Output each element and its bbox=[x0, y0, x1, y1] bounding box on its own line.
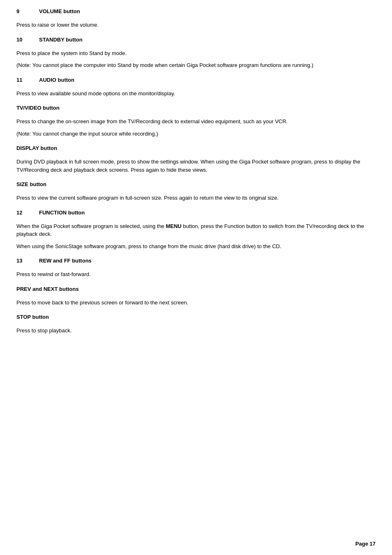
standby-para-2: (Note: You cannot place the computer int… bbox=[16, 61, 376, 69]
section-title-rewff: REW and FF buttons bbox=[39, 258, 92, 264]
section-body-volume: Press to raise or lower the volume. bbox=[16, 21, 376, 29]
section-number-audio: 11 bbox=[16, 77, 39, 83]
rewff-para-1: Press to rewind or fast-forward. bbox=[16, 270, 376, 279]
section-heading-stop: STOP button bbox=[16, 314, 376, 320]
page-container: 9VOLUME button Press to raise or lower t… bbox=[0, 0, 392, 367]
volume-para-1: Press to raise or lower the volume. bbox=[16, 21, 376, 29]
section-number-rewff: 13 bbox=[16, 258, 39, 264]
tvvideo-para-2: (Note: You cannot change the input sourc… bbox=[16, 130, 376, 138]
section-audio: 11AUDIO button Press to view available s… bbox=[16, 77, 376, 98]
section-body-standby: Press to place the system into Stand by … bbox=[16, 49, 376, 69]
function-para-1: When the Giga Pocket software program is… bbox=[16, 222, 376, 238]
section-number-standby: 10 bbox=[16, 37, 39, 43]
tvvideo-para-1: Press to change the on-screen image from… bbox=[16, 117, 376, 126]
audio-para-1: Press to view available sound mode optio… bbox=[16, 90, 376, 98]
section-body-prevnext: Press to move back to the previous scree… bbox=[16, 299, 376, 307]
section-heading-audio: 11AUDIO button bbox=[16, 77, 376, 83]
section-body-function: When the Giga Pocket software program is… bbox=[16, 222, 376, 251]
stop-para-1: Press to stop playback. bbox=[16, 327, 376, 335]
section-function: 12FUNCTION button When the Giga Pocket s… bbox=[16, 210, 376, 251]
section-size: SIZE button Press to view the current so… bbox=[16, 181, 376, 202]
section-heading-size: SIZE button bbox=[16, 181, 376, 187]
section-body-display: During DVD playback in full screen mode,… bbox=[16, 158, 376, 174]
section-title-standby: STANDBY button bbox=[39, 37, 83, 43]
section-display: DISPLAY button During DVD playback in fu… bbox=[16, 145, 376, 174]
prevnext-para-1: Press to move back to the previous scree… bbox=[16, 299, 376, 307]
section-body-size: Press to view the current software progr… bbox=[16, 194, 376, 202]
section-body-audio: Press to view available sound mode optio… bbox=[16, 90, 376, 98]
page-number: Page 17 bbox=[355, 541, 376, 547]
size-para-1: Press to view the current software progr… bbox=[16, 194, 376, 202]
section-prevnext: PREV and NEXT buttons Press to move back… bbox=[16, 286, 376, 307]
section-heading-display: DISPLAY button bbox=[16, 145, 376, 151]
section-body-stop: Press to stop playback. bbox=[16, 327, 376, 335]
section-heading-tvvideo: TV/VIDEO button bbox=[16, 105, 376, 111]
section-heading-function: 12FUNCTION button bbox=[16, 210, 376, 216]
section-rewff: 13REW and FF buttons Press to rewind or … bbox=[16, 258, 376, 279]
section-number-volume: 9 bbox=[16, 8, 39, 14]
section-title-audio: AUDIO button bbox=[39, 77, 74, 83]
menu-bold: MENU bbox=[166, 223, 181, 229]
standby-para-1: Press to place the system into Stand by … bbox=[16, 49, 376, 58]
page-footer: Page 17 bbox=[355, 541, 376, 547]
section-heading-volume: 9VOLUME button bbox=[16, 8, 376, 14]
section-body-rewff: Press to rewind or fast-forward. bbox=[16, 270, 376, 279]
display-para-1: During DVD playback in full screen mode,… bbox=[16, 158, 376, 174]
section-title-volume: VOLUME button bbox=[39, 8, 80, 14]
section-heading-standby: 10STANDBY button bbox=[16, 37, 376, 43]
function-para-2: When using the SonicStage software progr… bbox=[16, 242, 376, 251]
section-heading-rewff: 13REW and FF buttons bbox=[16, 258, 376, 264]
section-number-function: 12 bbox=[16, 210, 39, 216]
section-title-function: FUNCTION button bbox=[39, 210, 85, 216]
section-tvvideo: TV/VIDEO button Press to change the on-s… bbox=[16, 105, 376, 138]
section-standby: 10STANDBY button Press to place the syst… bbox=[16, 37, 376, 69]
section-body-tvvideo: Press to change the on-screen image from… bbox=[16, 117, 376, 138]
section-heading-prevnext: PREV and NEXT buttons bbox=[16, 286, 376, 292]
section-stop: STOP button Press to stop playback. bbox=[16, 314, 376, 335]
section-volume: 9VOLUME button Press to raise or lower t… bbox=[16, 8, 376, 29]
